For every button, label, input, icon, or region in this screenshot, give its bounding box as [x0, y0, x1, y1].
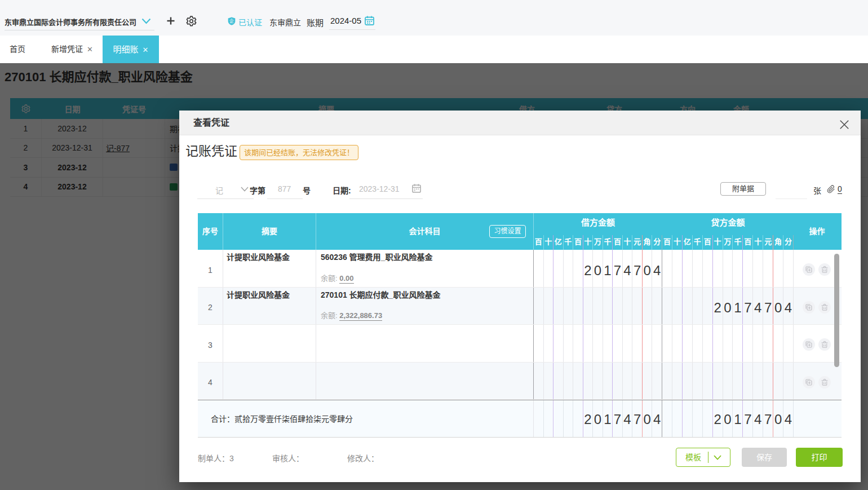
svg-text:企: 企: [229, 18, 234, 24]
